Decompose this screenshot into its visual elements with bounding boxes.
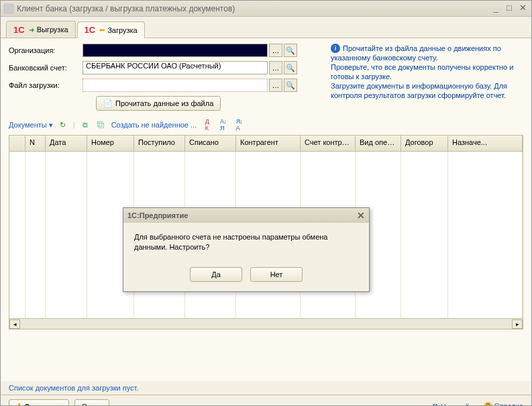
- tab-import[interactable]: 1C ⬅ Загрузка: [77, 21, 145, 38]
- help-link[interactable]: ? Справка: [484, 402, 523, 406]
- logo-1c-icon: 1C: [13, 25, 25, 35]
- dialog-message: Для выбранного счета не настроены параме…: [123, 223, 369, 262]
- help-icon: ?: [484, 402, 492, 406]
- dialog-close-button[interactable]: ✕: [357, 210, 365, 221]
- tab-import-label: Загрузка: [107, 26, 137, 34]
- settings-icon: 🛠: [431, 403, 439, 407]
- dialog-title-text: 1С:Предприятие: [127, 211, 188, 219]
- footer-bar: ⬇ Загрузить Отчет 🛠 Настройка ? Справка: [1, 395, 531, 406]
- tab-export-label: Выгрузка: [37, 26, 68, 34]
- arrow-left-icon: ⬅: [99, 26, 105, 34]
- tab-bar: 1C ➜ Выгрузка 1C ⬅ Загрузка: [1, 17, 531, 38]
- content-area: i Прочитайте из файла данные о движениях…: [1, 38, 531, 381]
- load-label: Загрузить: [25, 403, 62, 407]
- tab-export[interactable]: 1C ➜ Выгрузка: [6, 21, 76, 38]
- dialog-no-button[interactable]: Нет: [250, 267, 303, 282]
- confirm-dialog: 1С:Предприятие ✕ Для выбранного счета не…: [123, 207, 370, 292]
- close-button[interactable]: ✕: [517, 3, 529, 14]
- logo-1c-icon: 1C: [85, 25, 96, 35]
- dialog-yes-button[interactable]: Да: [190, 267, 242, 282]
- arrow-right-icon: ➜: [29, 26, 34, 34]
- app-icon: [3, 3, 14, 14]
- minimize-button[interactable]: _: [490, 3, 502, 14]
- report-button[interactable]: Отчет: [74, 399, 109, 407]
- load-icon: ⬇: [16, 402, 22, 406]
- settings-link[interactable]: 🛠 Настройка: [431, 403, 477, 407]
- window-titlebar: Клиент банка (загрузка / выгрузка платеж…: [1, 1, 531, 17]
- dialog-overlay: 1С:Предприятие ✕ Для выбранного счета не…: [1, 38, 531, 381]
- maximize-button[interactable]: □: [503, 3, 515, 14]
- load-button[interactable]: ⬇ Загрузить: [9, 399, 69, 407]
- status-line: Список документов для загрузки пуст.: [1, 381, 531, 395]
- report-label: Отчет: [82, 403, 102, 407]
- window-title: Клиент банка (загрузка / выгрузка платеж…: [17, 4, 490, 13]
- dialog-titlebar: 1С:Предприятие ✕: [123, 208, 369, 223]
